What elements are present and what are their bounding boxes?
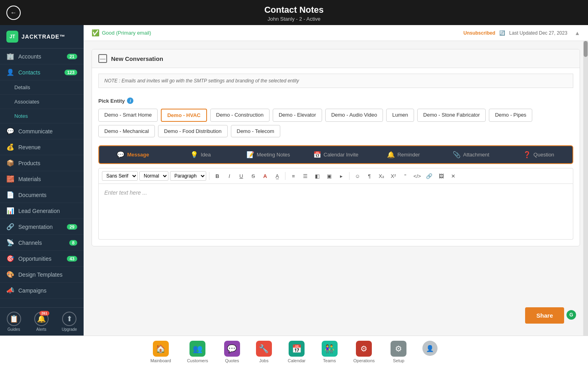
tab-meeting-notes[interactable]: 📝 Meeting Notes xyxy=(234,146,302,163)
entity-chip-lumen[interactable]: Lumen xyxy=(386,109,414,122)
tab-message[interactable]: 💬 Message xyxy=(99,146,167,163)
sidebar-item-label: Accounts xyxy=(18,53,41,60)
entity-chip-smart-home[interactable]: Demo - Smart Home xyxy=(98,109,158,122)
sidebar-item-label: Campaigns xyxy=(18,287,47,294)
tab-message-label: Message xyxy=(127,152,149,158)
bottom-nav-teams[interactable]: 👫 Teams xyxy=(314,338,346,365)
calendar-invite-tab-icon: 📅 xyxy=(313,151,321,158)
align-center-button[interactable]: ▣ xyxy=(324,171,334,181)
sidebar-guides-button[interactable]: 📋 Guides xyxy=(7,312,21,332)
attachment-tab-icon: 📎 xyxy=(453,151,461,158)
entity-chip-telecom[interactable]: Demo - Telecom xyxy=(231,125,280,137)
paragraph-select[interactable]: Paragraph xyxy=(170,171,206,181)
jobs-label: Jobs xyxy=(259,358,268,363)
paragraph-mark-button[interactable]: ¶ xyxy=(364,171,375,181)
scrollbar-thumb[interactable] xyxy=(584,41,588,57)
products-icon: 📦 xyxy=(6,159,15,167)
sidebar-item-segmentation[interactable]: 🔗 Segmentation 29 xyxy=(0,219,84,235)
sidebar-upgrade-button[interactable]: ⬆ Upgrade xyxy=(62,312,77,332)
grammarly-icon: G xyxy=(567,310,576,320)
tab-idea[interactable]: 💡 Idea xyxy=(167,146,234,163)
sidebar-item-accounts[interactable]: 🏢 Accounts 21 xyxy=(0,49,84,64)
bottom-nav-avatar[interactable]: 👤 xyxy=(414,338,445,365)
jobs-icon: 🔧 xyxy=(256,341,272,357)
text-editor[interactable]: Enter text here ... xyxy=(98,184,573,240)
bottom-nav-operations[interactable]: ⚙ Operations xyxy=(346,338,383,365)
upgrade-label: Upgrade xyxy=(62,327,77,332)
sidebar-item-documents[interactable]: 📄 Documents xyxy=(0,187,84,203)
collapse-icon[interactable]: — xyxy=(98,54,107,63)
accounts-icon: 🏢 xyxy=(6,53,15,60)
font-family-select[interactable]: Sans Serif xyxy=(102,171,138,181)
bottom-nav-quotes[interactable]: 💬 Quotes xyxy=(216,338,248,365)
quote-button[interactable]: " xyxy=(400,171,410,181)
sidebar-item-campaigns[interactable]: 📣 Campaigns xyxy=(0,283,84,299)
back-button[interactable]: ← xyxy=(6,6,21,20)
sidebar: JT JACKTRADE™ 🏢 Accounts 21 👤 Contacts 1… xyxy=(0,25,84,336)
bottom-nav-setup[interactable]: ⚙ Setup xyxy=(383,338,414,365)
sidebar-item-opportunities[interactable]: 🎯 Opportunities 43 xyxy=(0,251,84,267)
ordered-list-button[interactable]: ≡ xyxy=(288,171,299,181)
font-color-button[interactable]: A xyxy=(260,171,270,181)
bottom-nav-customers[interactable]: 👥 Customers xyxy=(179,338,216,365)
font-size-select[interactable]: Normal xyxy=(139,171,168,181)
tab-calendar-invite[interactable]: 📅 Calendar Invite xyxy=(302,146,370,163)
sidebar-item-channels[interactable]: 📡 Channels 8 xyxy=(0,235,84,251)
sidebar-item-revenue[interactable]: 💰 Revenue xyxy=(0,139,84,155)
tab-attachment[interactable]: 📎 Attachment xyxy=(437,146,505,163)
align-left-button[interactable]: ◧ xyxy=(312,171,322,181)
underline-button[interactable]: U xyxy=(236,171,246,181)
strikethrough-button[interactable]: S xyxy=(248,171,258,181)
channels-icon: 📡 xyxy=(6,239,15,246)
bottom-nav-mainboard[interactable]: 🏠 Mainboard xyxy=(143,338,179,365)
sidebar-item-materials[interactable]: 🧱 Materials xyxy=(0,171,84,187)
sidebar-item-lead-generation[interactable]: 📊 Lead Generation xyxy=(0,203,84,219)
opportunities-icon: 🎯 xyxy=(6,255,15,262)
tab-meeting-notes-label: Meeting Notes xyxy=(257,152,290,158)
bottom-nav-calendar[interactable]: 📅 Calendar xyxy=(280,338,314,365)
clear-format-button[interactable]: ✕ xyxy=(448,171,458,181)
sidebar-item-products[interactable]: 📦 Products xyxy=(0,155,84,171)
bottom-nav: 🏠 Mainboard 👥 Customers 💬 Quotes 🔧 Jobs … xyxy=(0,336,588,367)
bottom-nav-jobs[interactable]: 🔧 Jobs xyxy=(248,338,280,365)
status-right: Unsubscribed 🔄 Last Updated Dec 27, 2023… xyxy=(463,30,580,36)
emoji-button[interactable]: ☺ xyxy=(352,171,363,181)
entity-chip-audio-video[interactable]: Demo - Audio Video xyxy=(325,109,383,122)
unordered-list-button[interactable]: ☰ xyxy=(300,171,311,181)
entity-chip-elevator[interactable]: Demo - Elevator xyxy=(273,109,322,122)
entity-chip-hvac[interactable]: Demo - HVAC xyxy=(161,109,207,122)
align-right-button[interactable]: ▸ xyxy=(336,171,346,181)
tab-reminder[interactable]: 🔔 Reminder xyxy=(369,146,437,163)
bold-button[interactable]: B xyxy=(212,171,223,181)
share-button[interactable]: Share xyxy=(525,307,564,324)
sidebar-item-notes[interactable]: Notes xyxy=(0,109,84,123)
sidebar-item-details[interactable]: Details xyxy=(0,80,84,95)
teams-label: Teams xyxy=(323,358,336,363)
communicate-icon: 💬 xyxy=(6,127,15,135)
entity-chip-stone-fabricator[interactable]: Demo - Stone Fabricator xyxy=(417,109,486,122)
code-button[interactable]: </> xyxy=(412,171,422,181)
entity-chip-pipes[interactable]: Demo - Pipes xyxy=(489,109,532,122)
subscript-button[interactable]: X₂ xyxy=(376,171,387,181)
image-button[interactable]: 🖼 xyxy=(436,171,446,181)
superscript-button[interactable]: X² xyxy=(388,171,399,181)
page-subtitle: John Stanly - 2 - Active xyxy=(0,16,588,22)
sidebar-item-communicate[interactable]: 💬 Communicate xyxy=(0,123,84,139)
segmentation-icon: 🔗 xyxy=(6,223,15,230)
sidebar-item-design-templates[interactable]: 🎨 Design Templates xyxy=(0,267,84,283)
calendar-label: Calendar xyxy=(288,358,306,363)
customers-label: Customers xyxy=(187,358,208,363)
sidebar-alerts-button[interactable]: 🔔 261 Alerts xyxy=(34,312,49,332)
italic-button[interactable]: I xyxy=(224,171,234,181)
link-button[interactable]: 🔗 xyxy=(424,171,434,181)
tab-question[interactable]: ❓ Question xyxy=(505,146,572,163)
meeting-notes-tab-icon: 📝 xyxy=(246,151,254,158)
page-title: Contact Notes xyxy=(0,5,588,15)
sidebar-item-contacts[interactable]: 👤 Contacts 123 xyxy=(0,64,84,80)
entity-chip-construction[interactable]: Demo - Construction xyxy=(210,109,270,122)
entity-chip-food-distribution[interactable]: Demo - Food Distribution xyxy=(158,125,228,137)
sidebar-item-associates[interactable]: Associates xyxy=(0,95,84,109)
smtp-note-text: NOTE : Emails and invites will go with t… xyxy=(104,78,299,84)
entity-chip-mechanical[interactable]: Demo - Mechanical xyxy=(98,125,155,137)
highlight-button[interactable]: A̲ xyxy=(272,171,282,181)
